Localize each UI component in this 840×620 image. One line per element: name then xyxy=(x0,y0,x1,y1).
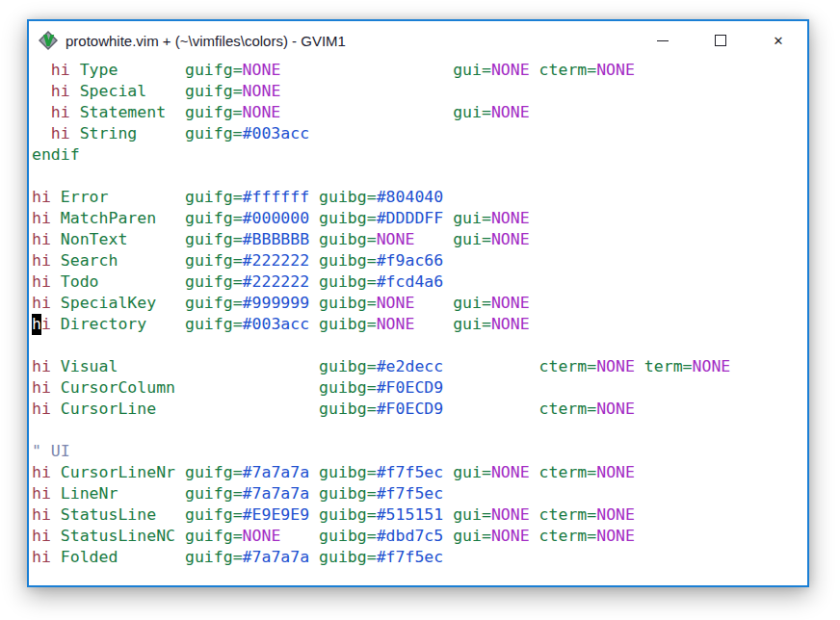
code-line: hi String guifg=#003acc xyxy=(32,123,807,144)
gvim-window: protowhite.vim + (~\vimfiles\colors) - G… xyxy=(27,19,809,587)
close-button[interactable]: ✕ xyxy=(749,21,807,60)
minimize-button[interactable] xyxy=(634,21,692,60)
code-line: hi CursorLineNr guifg=#7a7a7a guibg=#f7f… xyxy=(32,462,807,483)
code-line: hi Error guifg=#ffffff guibg=#804040 xyxy=(32,187,807,208)
close-icon: ✕ xyxy=(774,35,784,47)
desktop: protowhite.vim + (~\vimfiles\colors) - G… xyxy=(0,0,840,620)
code-line: hi Special guifg=NONE xyxy=(32,81,807,102)
minimize-icon xyxy=(657,40,669,41)
code-line xyxy=(32,335,807,356)
code-line: hi MatchParen guifg=#000000 guibg=#DDDDF… xyxy=(32,208,807,229)
code-line: hi Todo guifg=#222222 guibg=#fcd4a6 xyxy=(32,271,807,293)
maximize-button[interactable] xyxy=(692,21,749,60)
code-line: hi SpecialKey guifg=#999999 guibg=NONE g… xyxy=(32,293,807,314)
code-line: hi Type guifg=NONE gui=NONE cterm=NONE xyxy=(32,60,807,81)
code-line xyxy=(32,166,807,187)
text-editor[interactable]: hi Type guifg=NONE gui=NONE cterm=NONE h… xyxy=(29,60,807,568)
code-line: hi CursorLine guibg=#F0ECD9 cterm=NONE xyxy=(32,399,807,420)
code-line: hi CursorColumn guibg=#F0ECD9 xyxy=(32,377,807,399)
maximize-icon xyxy=(715,35,726,46)
code-line: endif xyxy=(32,144,807,166)
code-line: hi Visual guibg=#e2decc cterm=NONE term=… xyxy=(32,356,807,377)
window-title: protowhite.vim + (~\vimfiles\colors) - G… xyxy=(66,33,634,49)
window-controls: ✕ xyxy=(634,21,807,60)
text-cursor: h xyxy=(32,314,41,335)
title-bar[interactable]: protowhite.vim + (~\vimfiles\colors) - G… xyxy=(29,21,807,60)
code-line: hi Statement guifg=NONE gui=NONE xyxy=(32,102,807,123)
code-line: hi Folded guifg=#7a7a7a guibg=#f7f5ec xyxy=(32,547,807,568)
code-line: hi Search guifg=#222222 guibg=#f9ac66 xyxy=(32,250,807,271)
code-line xyxy=(32,420,807,441)
vim-icon xyxy=(39,31,58,50)
code-line: hi LineNr guifg=#7a7a7a guibg=#f7f5ec xyxy=(32,483,807,504)
code-line: " UI xyxy=(32,441,807,462)
code-line: hi StatusLine guifg=#E9E9E9 guibg=#51515… xyxy=(32,504,807,526)
code-line: hi StatusLineNC guifg=NONE guibg=#dbd7c5… xyxy=(32,526,807,547)
code-line: hi NonText guifg=#BBBBBB guibg=NONE gui=… xyxy=(32,229,807,250)
code-line: hi Directory guifg=#003acc guibg=NONE gu… xyxy=(32,314,807,335)
